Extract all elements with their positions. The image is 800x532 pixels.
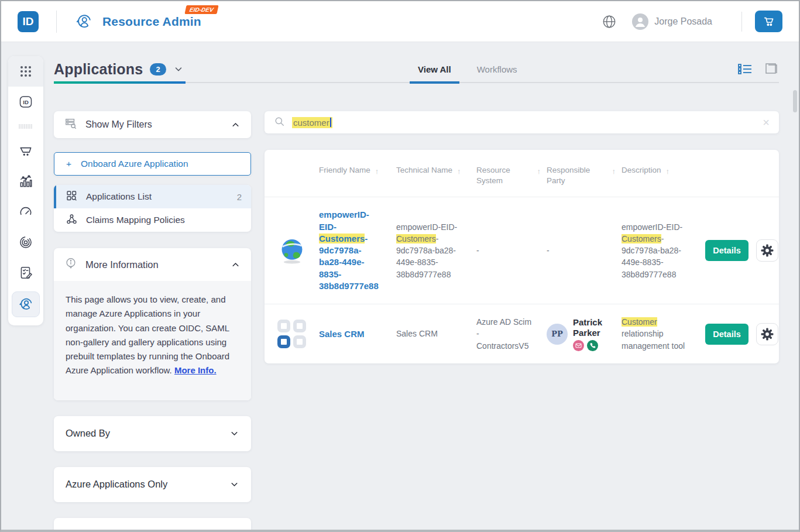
divider (56, 11, 57, 33)
tab-view-all[interactable]: View All (418, 56, 451, 82)
section-header: Applications 2 View All Workflows (54, 56, 779, 83)
dashboard-gauge-icon[interactable] (8, 197, 43, 227)
user-name: Jorge Posada (654, 16, 712, 27)
app-tiles-icon (265, 320, 319, 348)
details-button[interactable]: Details (705, 240, 749, 261)
nav-item-applications-list[interactable]: Applications List 2 (54, 185, 251, 208)
sort-icon: ↑ (612, 166, 616, 177)
responsible-party-person[interactable]: PP Patrick Parker (547, 317, 616, 351)
globe-app-icon (265, 236, 319, 265)
count-badge: 2 (150, 63, 166, 75)
chevron-down-icon[interactable] (173, 64, 184, 74)
accordion-azure-applications-only[interactable]: Azure Applications Only (54, 467, 251, 502)
more-info-link[interactable]: More Info. (174, 365, 217, 375)
more-information-panel: More Information This page allows you to… (54, 248, 251, 400)
person-avatar: PP (547, 324, 568, 345)
fingerprint-icon[interactable] (8, 227, 43, 258)
nav-item-claims-mapping-policies[interactable]: Claims Mapping Policies (54, 208, 251, 232)
task-list-icon[interactable] (8, 258, 43, 288)
svg-text:ID: ID (23, 99, 29, 105)
nav-label: Claims Mapping Policies (86, 215, 185, 225)
more-information-body: This page allows you to view, create, an… (54, 281, 251, 400)
search-highlight: Customers (319, 234, 365, 243)
more-information-header[interactable]: More Information (54, 248, 251, 281)
cart-rail-icon[interactable] (8, 136, 43, 166)
column-description[interactable]: Description↑ (622, 165, 705, 186)
settings-gear-button[interactable] (756, 239, 778, 262)
filters-column: Show My Filters + Onboard Azure Applicat… (54, 111, 251, 530)
tab-workflows[interactable]: Workflows (477, 56, 517, 82)
main-area: Applications 2 View All Workflows (54, 56, 799, 530)
user-avatar-icon (632, 13, 648, 30)
search-highlight: Customers (396, 234, 436, 243)
info-text: This page allows you to view, create, an… (66, 294, 229, 375)
details-button[interactable]: Details (705, 324, 749, 345)
technical-name: Sales CRM (396, 329, 438, 338)
accordion-target-system[interactable]: Target System (54, 518, 251, 530)
filter-nav: Applications List 2 Claims Mapping Polic… (54, 185, 251, 232)
column-resource-system[interactable]: Resource System↑ (476, 165, 547, 186)
responsible-party-value: - (547, 246, 550, 255)
barcode-icon[interactable] (8, 117, 43, 136)
applications-list-icon (66, 190, 78, 204)
filters-icon (64, 117, 77, 132)
resource-admin-rail-icon[interactable] (12, 291, 40, 317)
empowerid-rail-icon[interactable]: ID (8, 87, 43, 117)
analytics-icon[interactable] (8, 166, 43, 197)
column-friendly-name[interactable]: Friendly Name↑ (319, 165, 396, 186)
onboard-azure-application-button[interactable]: + Onboard Azure Application (54, 152, 251, 176)
email-badge-icon (573, 340, 584, 351)
gradient-underline (54, 81, 186, 84)
column-technical-name[interactable]: Technical Name↑ (396, 165, 476, 186)
clear-search-icon[interactable]: × (763, 116, 770, 128)
description-value: Customer relationship management tool (622, 317, 685, 351)
search-highlight: Customers (622, 234, 661, 243)
search-value: customer (293, 118, 329, 128)
show-my-filters-panel[interactable]: Show My Filters (54, 111, 251, 138)
app-title: Resource Admin (102, 15, 201, 28)
logo-text: ID (23, 15, 34, 28)
sort-icon: ↑ (537, 166, 541, 177)
info-icon (64, 257, 77, 272)
user-menu[interactable]: Jorge Posada (632, 13, 712, 30)
resource-admin-icon (74, 12, 93, 31)
nav-count: 2 (237, 192, 242, 202)
chevron-up-icon (231, 120, 241, 130)
divider (741, 12, 742, 32)
claims-mapping-icon (66, 213, 78, 228)
applications-table: Friendly Name↑ Technical Name↑ Resource … (265, 150, 779, 363)
top-bar: ID Resource Admin EID-DEV (1, 1, 799, 42)
settings-gear-button[interactable] (756, 323, 778, 345)
phone-badge-icon (587, 340, 598, 351)
sort-icon: ↑ (666, 166, 670, 177)
page-body: ID (1, 42, 799, 530)
nav-label: Applications List (86, 191, 152, 202)
table-row: Sales CRM Sales CRM Azure AD Scim - Cont… (265, 304, 779, 363)
apps-grid-icon[interactable] (8, 56, 43, 87)
globe-icon[interactable] (602, 14, 617, 29)
icon-rail: ID (8, 56, 43, 325)
environment-badge: EID-DEV (185, 5, 219, 14)
sort-icon: ↑ (375, 166, 379, 177)
accordion-label: Owned By (66, 428, 110, 439)
friendly-name-link[interactable]: Sales CRM (319, 329, 365, 339)
accordion-label: Azure Applications Only (66, 479, 167, 490)
accordion-owned-by[interactable]: Owned By (54, 416, 251, 451)
search-input[interactable]: customer × (265, 111, 779, 133)
tab-bar: View All Workflows (418, 56, 517, 82)
sort-icon: ↑ (457, 166, 461, 177)
onboard-label: Onboard Azure Application (81, 159, 188, 169)
column-responsible-party[interactable]: Responsible Party↑ (547, 165, 622, 186)
description-value: empowerID-EID-Customers-9dc7978a-ba28-44… (622, 222, 682, 279)
list-view-icon[interactable] (737, 62, 753, 76)
chevron-down-icon (229, 428, 239, 438)
table-header: Friendly Name↑ Technical Name↑ Resource … (265, 150, 779, 197)
scrollbar-thumb[interactable] (793, 90, 797, 112)
resource-system-value: - (476, 246, 479, 255)
show-my-filters-label: Show My Filters (85, 119, 152, 130)
cart-button[interactable] (755, 11, 782, 32)
empowerid-logo[interactable]: ID (18, 11, 39, 32)
card-view-icon[interactable] (764, 61, 779, 77)
table-row: empowerID-EID-Customers-9dc7978a-ba28-44… (265, 197, 779, 304)
friendly-name-link[interactable]: empowerID-EID-Customers-9dc7978a-ba28-44… (319, 210, 379, 291)
